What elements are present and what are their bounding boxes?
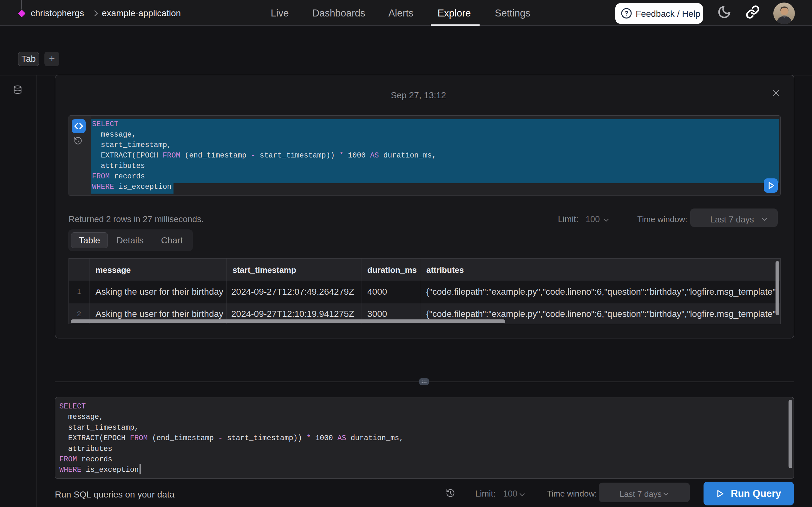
svg-text:?: ? <box>624 10 628 17</box>
